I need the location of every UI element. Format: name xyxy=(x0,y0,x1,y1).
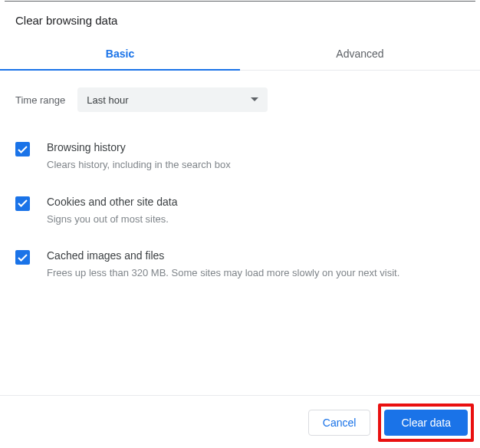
checkbox-cookies[interactable] xyxy=(15,196,30,211)
timerange-label: Time range xyxy=(15,94,65,106)
option-desc: Signs you out of most sites. xyxy=(47,212,465,227)
option-cached: Cached images and files Frees up less th… xyxy=(15,249,465,281)
option-desc: Frees up less than 320 MB. Some sites ma… xyxy=(47,265,465,281)
option-text: Cookies and other site data Signs you ou… xyxy=(47,196,465,227)
checkmark-icon xyxy=(18,199,28,207)
option-text: Cached images and files Frees up less th… xyxy=(47,249,465,281)
option-title: Cookies and other site data xyxy=(47,196,465,208)
checkbox-cached[interactable] xyxy=(15,250,30,265)
clear-data-button[interactable]: Clear data xyxy=(384,410,468,436)
dialog-title: Clear browsing data xyxy=(0,2,480,38)
timerange-value: Last hour xyxy=(87,94,128,106)
option-text: Browsing history Clears history, includi… xyxy=(47,141,465,173)
checkmark-icon xyxy=(18,254,28,262)
option-cookies: Cookies and other site data Signs you ou… xyxy=(15,196,465,227)
timerange-row: Time range Last hour xyxy=(15,87,465,112)
tabs: Basic Advanced xyxy=(0,38,480,71)
tab-advanced[interactable]: Advanced xyxy=(240,38,480,70)
checkbox-browsing-history[interactable] xyxy=(15,142,30,156)
dropdown-caret-icon xyxy=(251,97,258,102)
timerange-select[interactable]: Last hour xyxy=(77,87,268,112)
dialog-footer: Cancel Clear data xyxy=(0,395,480,448)
option-desc: Clears history, including in the search … xyxy=(47,157,465,173)
tab-basic[interactable]: Basic xyxy=(0,38,240,70)
annotation-highlight: Clear data xyxy=(378,404,474,442)
checkmark-icon xyxy=(18,146,28,153)
cancel-button[interactable]: Cancel xyxy=(308,410,371,436)
option-browsing-history: Browsing history Clears history, includi… xyxy=(15,141,465,173)
option-title: Cached images and files xyxy=(47,249,465,262)
content-area: Time range Last hour Browsing history Cl… xyxy=(0,71,480,281)
option-title: Browsing history xyxy=(47,141,465,153)
